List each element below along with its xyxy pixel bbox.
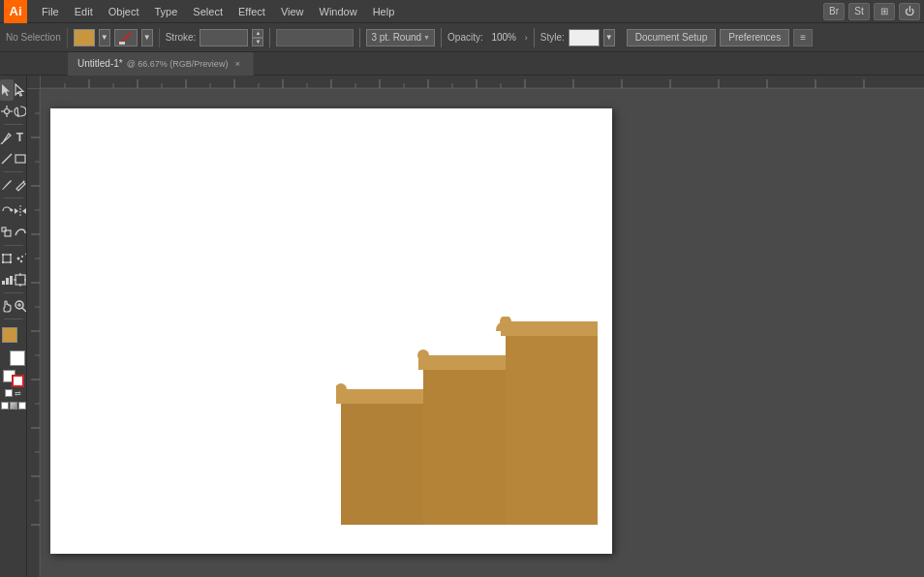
svg-line-11 xyxy=(1,142,3,144)
toolbar: No Selection ▼ ▼ Stroke: ▲ ▼ 3 pt. Round… xyxy=(0,23,924,52)
svg-rect-24 xyxy=(2,261,4,263)
svg-rect-13 xyxy=(15,155,25,163)
opacity-value: 100% xyxy=(487,32,521,43)
arrange-icon-btn[interactable]: ≡ xyxy=(793,29,813,46)
tool-sep-4 xyxy=(4,245,23,246)
zoom-tool[interactable] xyxy=(14,295,27,317)
pen-tool[interactable] xyxy=(0,127,14,148)
svg-rect-23 xyxy=(10,254,12,256)
type-icon: T xyxy=(16,131,23,144)
bridge-icon-btn[interactable]: Br xyxy=(823,3,845,20)
stroke-stepper[interactable]: ▲ ▼ xyxy=(252,29,263,46)
menu-edit[interactable]: Edit xyxy=(68,4,100,19)
power-icon-btn[interactable]: ⏻ xyxy=(899,3,920,20)
rotate-tool[interactable] xyxy=(0,200,14,222)
pencil-tool[interactable] xyxy=(14,174,27,196)
svg-point-27 xyxy=(21,256,23,258)
menu-effect[interactable]: Effect xyxy=(231,4,272,19)
toolbar-sep-2 xyxy=(159,28,160,47)
dashes-box xyxy=(276,29,354,46)
svg-marker-17 xyxy=(15,208,18,214)
fill-stroke-icons xyxy=(0,370,27,387)
tool-row-2 xyxy=(0,101,26,122)
toolbar-sep-3 xyxy=(269,28,270,47)
gradient-fill-icon[interactable] xyxy=(10,402,17,410)
direct-selection-tool[interactable] xyxy=(14,79,27,101)
scale-tool[interactable] xyxy=(0,222,14,243)
menu-file[interactable]: File xyxy=(35,4,66,19)
lasso-tool[interactable] xyxy=(14,101,27,122)
bg-color-swatch[interactable] xyxy=(10,350,25,366)
stroke-label: Stroke: xyxy=(166,32,197,43)
style-label: Style: xyxy=(540,32,565,43)
pt-round-selector[interactable]: 3 pt. Round ▼ xyxy=(366,29,435,46)
svg-marker-18 xyxy=(22,208,26,214)
preferences-btn[interactable]: Preferences xyxy=(720,29,789,46)
magic-wand-tool[interactable] xyxy=(0,101,14,122)
menu-select[interactable]: Select xyxy=(186,4,230,19)
svg-rect-2 xyxy=(119,42,125,45)
document-tab[interactable]: Untitled-1* @ 66.67% (RGB/Preview) × xyxy=(68,52,254,76)
svg-marker-14 xyxy=(23,180,25,182)
svg-marker-4 xyxy=(15,84,23,96)
type-tool[interactable]: T xyxy=(14,127,26,148)
svg-point-9 xyxy=(4,109,9,114)
tab-close-btn[interactable]: × xyxy=(231,58,243,70)
style-arrow[interactable]: ▼ xyxy=(603,29,615,46)
solid-fill-icon[interactable] xyxy=(1,402,9,410)
svg-rect-92 xyxy=(423,370,506,525)
line-tool[interactable] xyxy=(0,148,14,169)
rectangle-tool[interactable] xyxy=(14,148,27,169)
page-canvas xyxy=(50,108,612,554)
default-colors-icon[interactable] xyxy=(5,389,13,397)
color-swatch-area xyxy=(0,325,27,368)
tab-bar: Untitled-1* @ 66.67% (RGB/Preview) × xyxy=(0,52,924,76)
style-swatch[interactable] xyxy=(569,29,600,46)
selection-tool[interactable] xyxy=(0,79,14,101)
workspace-icon-btn[interactable]: ⊞ xyxy=(874,3,895,20)
artboard-tool[interactable] xyxy=(14,269,27,290)
brush-icon-btn[interactable] xyxy=(114,29,138,46)
canvas-area xyxy=(27,76,924,577)
menu-help[interactable]: Help xyxy=(366,4,402,19)
stroke-up[interactable]: ▲ xyxy=(252,29,263,38)
symbol-sprayer-tool[interactable] xyxy=(14,248,27,269)
fill-swatch[interactable] xyxy=(74,29,95,46)
toolbar-sep-5 xyxy=(441,28,442,47)
svg-point-26 xyxy=(16,258,19,260)
stroke-input[interactable] xyxy=(200,29,248,46)
color-mode-icons: ⇄ xyxy=(5,389,21,398)
hand-tool[interactable] xyxy=(0,295,14,317)
document-setup-btn[interactable]: Document Setup xyxy=(627,29,717,46)
no-selection-label: No Selection xyxy=(6,32,61,43)
svg-rect-21 xyxy=(3,255,11,262)
opacity-chevron[interactable]: › xyxy=(525,33,528,43)
no-fill-icon[interactable] xyxy=(18,402,26,410)
stroke-indicator xyxy=(3,370,24,387)
fg-color-swatch[interactable] xyxy=(2,327,17,343)
reflect-tool[interactable] xyxy=(14,200,27,222)
paintbrush-tool[interactable] xyxy=(0,174,14,196)
svg-rect-22 xyxy=(2,254,4,256)
menu-window[interactable]: Window xyxy=(313,4,364,19)
menu-bar: Ai File Edit Object Type Select Effect V… xyxy=(0,0,924,23)
toolbar-sep-4 xyxy=(359,28,360,47)
svg-rect-32 xyxy=(15,275,25,285)
stock-icon-btn[interactable]: St xyxy=(848,3,870,20)
pt-round-arrow: ▼ xyxy=(423,34,430,41)
main-layout: T xyxy=(0,76,924,577)
fill-swatch-arrow[interactable]: ▼ xyxy=(99,29,110,46)
menu-object[interactable]: Object xyxy=(102,4,146,19)
brush-arrow[interactable]: ▼ xyxy=(141,29,153,46)
menu-type[interactable]: Type xyxy=(148,4,185,19)
column-graph-tool[interactable] xyxy=(0,269,14,290)
stroke-down[interactable]: ▼ xyxy=(252,38,263,46)
tool-row-9 xyxy=(0,269,26,290)
free-transform-tool[interactable] xyxy=(0,248,14,269)
menu-view[interactable]: View xyxy=(274,4,311,19)
stroke-box[interactable] xyxy=(12,375,24,387)
warp-tool[interactable] xyxy=(14,222,27,243)
swap-colors-icon[interactable]: ⇄ xyxy=(15,389,21,398)
staircase-illustration xyxy=(336,317,602,525)
svg-line-38 xyxy=(22,308,26,312)
